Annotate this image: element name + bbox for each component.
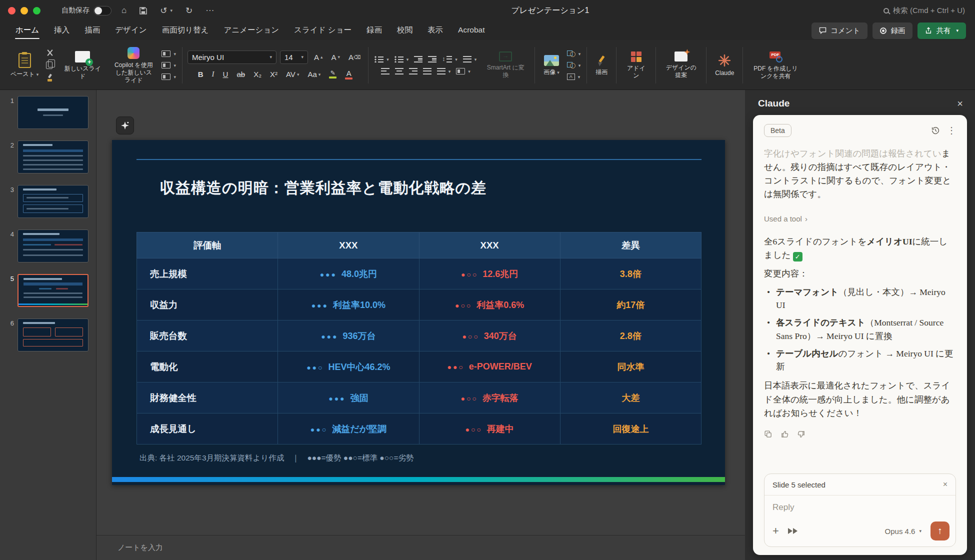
close-panel-button[interactable]: × [957,98,963,108]
close-window-button[interactable] [8,7,16,14]
attach-button[interactable]: + [772,526,779,536]
slide-thumbnail-2[interactable]: 2 [0,140,96,174]
table-row[interactable]: 収益力 ●●●利益率10.0% ●○○利益率0.6% 約17倍 [137,290,702,320]
slide-thumbnail-1[interactable]: 1 [0,96,96,129]
align-left-button[interactable] [380,68,390,75]
slide-thumbnail-6[interactable]: 6 [0,318,96,352]
subscript-button[interactable]: X₂ [251,69,264,80]
tab-acrobat[interactable]: Acrobat [452,22,491,39]
new-slide-button[interactable]: 新しいスライド [58,49,106,82]
search-field[interactable]: 検索 (Cmd + Ctrl + U) [884,6,967,16]
tab-view[interactable]: 表示 [421,22,450,40]
align-text-button[interactable]: ▾ [455,68,472,75]
slide-thumbnail-3[interactable]: 3 [0,185,96,218]
clear-formatting-button[interactable]: A⌫ [346,52,363,62]
shrink-font-button[interactable]: A▾ [328,52,342,62]
character-spacing-button[interactable]: AV▾ [284,69,302,80]
insert-icons-button[interactable]: ▾ [566,62,582,69]
create-pdf-button[interactable]: PDF を作成しリンクを共有 [748,48,803,82]
comparison-table[interactable]: 評価軸 XXX XXX 差異 売上規模 ●●●48.0兆円 ●○○12.6兆円 … [136,232,702,444]
italic-button[interactable]: I [210,69,217,80]
slide-thumbnail-5[interactable]: 5 [0,274,96,307]
numbering-button[interactable]: ▾ [394,56,410,63]
bullets-button[interactable]: ▾ [374,56,390,63]
insert-textbox-button[interactable]: A▾ [566,73,582,80]
send-button[interactable]: ↑ [930,522,950,540]
reset-slide-button[interactable]: ▾ [160,62,177,69]
model-selector[interactable]: Opus 4.6▾ [885,527,922,536]
insert-picture-button[interactable]: 画像▾ [540,53,563,78]
increase-indent-button[interactable] [427,56,438,63]
align-center-button[interactable] [394,68,404,75]
align-right-button[interactable] [408,68,418,75]
decrease-indent-button[interactable] [413,56,424,63]
addins-button[interactable]: アドイン [622,50,650,82]
table-row[interactable]: 電動化 ●●○HEV中心46.2% ●●○e-POWER/BEV 同水準 [137,352,702,382]
slide-thumbnail-4[interactable]: 4 [0,230,96,262]
draw-button[interactable]: 描画 [592,53,611,78]
copy-message-button[interactable] [764,430,772,438]
text-direction-button[interactable]: ▾ [436,68,452,75]
minimize-window-button[interactable] [20,7,28,14]
convert-smartart-button[interactable]: SmartArt に変換 [482,50,530,81]
designer-fab-button[interactable] [116,116,134,134]
slide-editor[interactable]: 収益構造の明暗：営業利益率と電動化戦略の差 評価軸 XXX XXX 差異 売上規… [112,140,725,485]
table-row[interactable]: 成長見通し ●●○減益だが堅調 ●○○再建中 回復途上 [137,414,702,444]
tab-home[interactable]: ホーム [9,22,46,40]
section-button[interactable]: ▾ [160,73,177,80]
redo-button[interactable]: ↻ [182,4,196,18]
font-family-select[interactable]: Meiryo UI▾ [188,50,276,64]
change-case-button[interactable]: Aa▾ [305,69,323,80]
used-a-tool-disclosure[interactable]: Used a tool› [764,214,956,223]
grow-font-button[interactable]: A▴ [312,52,326,62]
superscript-button[interactable]: X² [268,69,280,80]
thumbs-down-button[interactable] [797,430,806,438]
line-spacing-button[interactable]: ▾ [441,56,458,63]
justify-button[interactable] [422,68,432,75]
comments-button[interactable]: コメント [812,22,868,39]
format-painter-button[interactable] [45,74,54,82]
home-button[interactable]: ⌂ [118,4,130,18]
zoom-window-button[interactable] [33,7,40,14]
history-button[interactable] [931,126,940,135]
copilot-new-slide-button[interactable]: Copilot を使用した新しいスライド [110,45,158,86]
copy-button[interactable] [45,61,54,70]
undo-button[interactable]: ↺▾ [157,4,176,18]
tab-design[interactable]: デザイン [108,22,153,40]
highlight-color-button[interactable]: ✎ [326,69,339,80]
designer-button[interactable]: デザインの提案 [661,50,701,81]
table-row[interactable]: 販売台数 ●●●936万台 ●○○340万台 2.8倍 [137,320,702,352]
autosave-toggle[interactable] [94,6,112,16]
paste-button[interactable]: ペースト▾ [7,51,42,80]
tab-draw[interactable]: 描画 [78,22,106,40]
slide-title[interactable]: 収益構造の明暗：営業利益率と電動化戦略の差 [160,178,486,198]
strikethrough-button[interactable]: ab [234,69,248,80]
underline-button[interactable]: U [220,69,231,80]
record-button[interactable]: 録画 [872,22,912,39]
cut-button[interactable] [45,48,54,57]
tab-animations[interactable]: アニメーション [217,22,286,40]
columns-button[interactable]: ▾ [462,56,478,63]
tab-slideshow[interactable]: スライド ショー [288,22,358,40]
font-color-button[interactable]: A [342,68,355,80]
tab-transitions[interactable]: 画面切り替え [156,22,216,40]
share-button[interactable]: 共有 ▾ [918,22,966,39]
remove-context-button[interactable]: × [943,480,948,489]
slide-layout-button[interactable]: ▾ [160,50,177,58]
more-commands-button[interactable]: ··· [202,4,217,18]
fast-forward-button[interactable] [788,528,798,534]
claude-addin-button[interactable]: Claude [712,52,738,79]
font-size-select[interactable]: 14▾ [280,50,308,64]
reply-input[interactable] [764,496,956,518]
insert-shapes-button[interactable]: ▾ [566,50,582,58]
save-button[interactable] [136,5,150,16]
tab-record[interactable]: 録画 [360,22,388,40]
bold-button[interactable]: B [196,69,206,80]
notes-pane[interactable]: ノートを入力 [96,535,745,560]
slide-source-note[interactable]: 出典: 各社 2025年3月期決算資料より作成 ｜ ●●●=優勢 ●●○=標準 … [140,453,414,464]
table-row[interactable]: 売上規模 ●●●48.0兆円 ●○○12.6兆円 3.8倍 [137,258,702,290]
thumbs-up-button[interactable] [780,430,789,438]
tab-review[interactable]: 校閲 [390,22,419,40]
overflow-menu-button[interactable]: ⋮ [947,125,956,136]
table-row[interactable]: 財務健全性 ●●●強固 ●○○赤字転落 大差 [137,382,702,414]
